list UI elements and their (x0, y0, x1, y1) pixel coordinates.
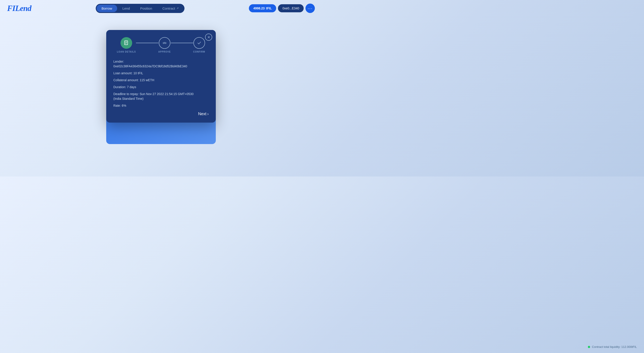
duration-value: 7 days (127, 85, 136, 89)
trend-icon: ↗ (176, 7, 179, 10)
rate-value: 6% (122, 104, 126, 107)
nav-position[interactable]: Position (135, 5, 157, 12)
duration-row: Duration: 7 days (113, 85, 209, 90)
check-icon (197, 41, 202, 46)
loan-modal: ✕ LOAN DETAILS (106, 30, 216, 123)
header-right: 4998.23 tFIL 0xe0...E340 ··· (249, 4, 315, 13)
balance-amount: 4998.23 (253, 7, 265, 10)
loan-amount-label: Loan amount: (113, 71, 132, 75)
deadline-timezone: (India Standard Time) (113, 97, 144, 100)
loan-amount-value: 10 tFIL (134, 71, 143, 75)
collateral-value: 115 wETH (140, 78, 154, 82)
step-line-1 (136, 43, 158, 43)
deadline-value: Sun Nov 27 2022 21:54:15 GMT+0530 (140, 92, 194, 96)
wallet-address[interactable]: 0xe0...E340 (278, 4, 304, 12)
lender-label: Lender: (113, 60, 124, 63)
balance-badge: 4998.23 tFIL (249, 4, 276, 12)
step-confirm-label: CONFIRM (193, 51, 205, 53)
handshake-icon (162, 41, 167, 46)
deadline-label: Deadline to repay: (113, 92, 139, 96)
step-loan-details-label: LOAN DETAILS (117, 51, 136, 53)
step-loan-details: LOAN DETAILS (117, 37, 136, 53)
step-approve-label: APPROVE (158, 51, 171, 53)
loan-amount-row: Loan amount: 10 tFIL (113, 71, 209, 76)
rate-row: Rate: 6% (113, 103, 209, 108)
document-icon (124, 40, 129, 46)
header: FILend Borrow Lend Position Contract ↗ 4… (0, 0, 322, 17)
balance-currency: tFIL (266, 7, 272, 10)
step-confirm: CONFIRM (193, 37, 205, 53)
duration-label: Duration: (113, 85, 126, 89)
next-button[interactable]: Next › (113, 112, 209, 116)
step-line-2 (171, 43, 193, 43)
nav-borrow[interactable]: Borrow (96, 5, 117, 12)
next-label: Next (198, 112, 206, 116)
more-button[interactable]: ··· (306, 4, 315, 13)
steps-indicator: LOAN DETAILS APPROVE (113, 37, 209, 53)
nav-lend[interactable]: Lend (118, 5, 135, 12)
rate-label: Rate: (113, 104, 121, 107)
logo: FILend (7, 4, 31, 13)
lender-address: 0xe02c38FA436455c6324a7DC9bf18d52Bd40bE3… (113, 65, 187, 68)
step-approve-circle (159, 37, 170, 49)
next-chevron-icon: › (207, 112, 209, 116)
deadline-row: Deadline to repay: Sun Nov 27 2022 21:54… (113, 92, 209, 101)
step-loan-details-circle (120, 37, 132, 49)
navigation: Borrow Lend Position Contract ↗ (96, 4, 184, 13)
step-approve: APPROVE (158, 37, 171, 53)
step-confirm-circle (194, 37, 205, 49)
main-content: ✕ LOAN DETAILS (0, 17, 322, 123)
collateral-row: Collateral amount: 115 wETH (113, 78, 209, 83)
collateral-label: Collateral amount: (113, 78, 139, 82)
nav-contract[interactable]: Contract ↗ (158, 5, 184, 12)
lender-row: Lender: 0xe02c38FA436455c6324a7DC9bf18d5… (113, 59, 209, 69)
loan-details-section: Lender: 0xe02c38FA436455c6324a7DC9bf18d5… (113, 59, 209, 108)
